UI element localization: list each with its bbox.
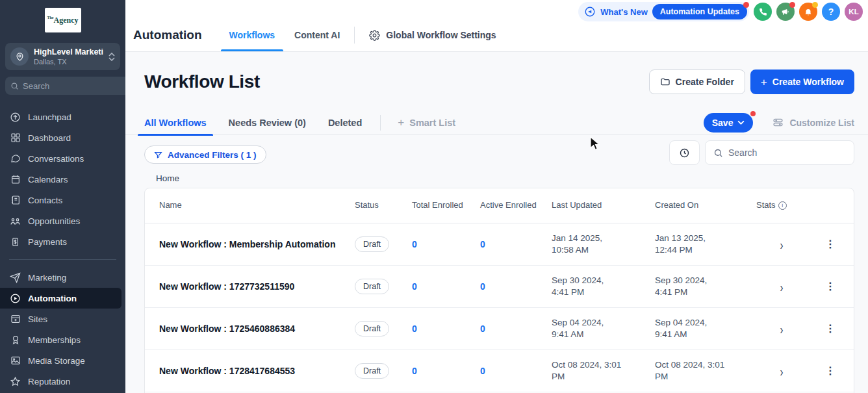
column-header-name: Name xyxy=(145,199,355,211)
sidebar-divider xyxy=(9,259,116,260)
kebab-menu-icon[interactable]: ⋮ xyxy=(825,242,836,247)
gear-icon xyxy=(369,30,380,41)
sidebar-item-memberships[interactable]: Memberships xyxy=(0,329,125,350)
sidebar-item-reputation[interactable]: Reputation xyxy=(0,371,125,392)
active-enrolled-count[interactable]: 0 xyxy=(480,239,552,249)
header-nav: Automation WorkflowsContent AI Global Wo… xyxy=(133,19,496,51)
memberships-icon xyxy=(10,335,21,346)
sidebar-search-field[interactable]: ⌘ K xyxy=(5,77,125,95)
created-on: Sep 04 2024,9:41 AM xyxy=(655,317,756,340)
account-switcher[interactable]: HighLevel Marketing… Dallas, TX xyxy=(5,43,120,70)
user-avatar[interactable]: KL xyxy=(845,3,863,21)
status-badge: Draft xyxy=(355,279,389,294)
whats-new-pill[interactable]: What's New Automation Updates xyxy=(578,2,749,21)
smart-list-label: Smart List xyxy=(409,118,455,128)
whats-new-label: What's New xyxy=(600,7,647,17)
sidebar-item-opportunities[interactable]: Opportunities xyxy=(0,210,125,231)
table-row[interactable]: New Workflow : 1725460886384Draft00Sep 0… xyxy=(145,308,854,350)
sidebar-item-payments[interactable]: Payments xyxy=(0,231,125,252)
contacts-icon xyxy=(10,195,21,206)
total-enrolled-count[interactable]: 0 xyxy=(412,323,480,334)
sidebar-item-conversations[interactable]: Conversations xyxy=(0,148,125,169)
topbar-actions: What's New Automation Updates ? KL xyxy=(578,2,863,21)
chevron-right-icon[interactable]: › xyxy=(780,237,784,251)
help-button[interactable]: ? xyxy=(822,3,840,21)
notification-dot xyxy=(812,2,818,8)
table-search-field[interactable] xyxy=(705,140,854,165)
total-enrolled-count[interactable]: 0 xyxy=(412,281,480,292)
sidebar-item-label: Marketing xyxy=(28,273,66,283)
workflow-name[interactable]: New Workflow : 1727732511590 xyxy=(145,281,355,292)
workflow-name[interactable]: New Workflow : 1725460886384 xyxy=(145,323,355,334)
workflow-name[interactable]: New Workflow : 1728417684553 xyxy=(145,366,355,376)
save-button[interactable]: Save xyxy=(704,113,754,133)
bell-button[interactable] xyxy=(799,3,817,21)
smart-list-button[interactable]: + Smart List xyxy=(398,117,455,128)
chevron-right-icon[interactable]: › xyxy=(780,322,784,336)
advanced-filters-button[interactable]: Advanced Filters ( 1 ) xyxy=(144,146,266,164)
plus-icon: + xyxy=(761,77,767,88)
tab-deleted[interactable]: Deleted xyxy=(328,110,362,135)
total-enrolled-count[interactable]: 0 xyxy=(412,366,480,376)
info-icon: i xyxy=(778,201,787,210)
avatar-initials: KL xyxy=(849,8,858,16)
sidebar-item-calendars[interactable]: Calendars xyxy=(0,169,125,190)
global-workflow-settings-button[interactable]: Global Workflow Settings xyxy=(369,30,496,41)
create-folder-label: Create Folder xyxy=(676,77,734,87)
sidebar-item-contacts[interactable]: Contacts xyxy=(0,190,125,210)
sidebar-item-launchpad[interactable]: Launchpad xyxy=(0,107,125,127)
megaphone-button[interactable] xyxy=(776,3,795,21)
chevron-right-icon[interactable]: › xyxy=(780,279,784,294)
sidebar-menu: LaunchpadDashboardConversationsCalendars… xyxy=(0,107,125,392)
table-row[interactable]: New Workflow : Membership AutomationDraf… xyxy=(145,223,854,266)
conversations-icon xyxy=(10,153,21,164)
column-header-active-enrolled: Active Enrolled xyxy=(480,199,552,211)
account-location: Dallas, TX xyxy=(34,58,103,66)
divider xyxy=(354,27,355,44)
kebab-menu-icon[interactable]: ⋮ xyxy=(825,326,836,332)
sidebar-item-media-storage[interactable]: Media Storage xyxy=(0,350,125,371)
create-workflow-button[interactable]: + Create Workflow xyxy=(750,70,854,94)
active-enrolled-count[interactable]: 0 xyxy=(480,323,552,334)
workflow-name[interactable]: New Workflow : Membership Automation xyxy=(145,239,355,249)
sidebar-search-input[interactable] xyxy=(23,81,125,91)
sidebar-item-dashboard[interactable]: Dashboard xyxy=(0,127,125,148)
tab-needs-review-0[interactable]: Needs Review (0) xyxy=(229,110,306,135)
chevron-up-down-icon xyxy=(108,53,115,61)
active-enrolled-count[interactable]: 0 xyxy=(480,281,552,292)
sidebar: TheAgency HighLevel Marketing… Dallas, T… xyxy=(0,0,125,393)
table-row[interactable]: New Workflow : 1727732511590Draft00Sep 3… xyxy=(145,266,854,308)
breadcrumb-home[interactable]: Home xyxy=(156,173,854,183)
active-enrolled-count[interactable]: 0 xyxy=(480,366,552,376)
top-header: What's New Automation Updates ? KL xyxy=(125,0,868,52)
divider xyxy=(380,115,381,131)
tab-all-workflows[interactable]: All Workflows xyxy=(144,110,207,135)
sidebar-item-sites[interactable]: Sites xyxy=(0,309,125,329)
nav-tab-content-ai[interactable]: Content AI xyxy=(294,19,340,51)
table-row[interactable]: New Workflow : 1728417684553Draft00Oct 0… xyxy=(145,350,854,392)
chevron-right-icon[interactable]: › xyxy=(780,364,784,378)
search-icon xyxy=(10,82,19,90)
content-area: Workflow List Create Folder + Create Wor… xyxy=(125,52,868,393)
create-folder-button[interactable]: Create Folder xyxy=(649,70,745,94)
sidebar-item-automation[interactable]: Automation xyxy=(0,288,121,309)
phone-button[interactable] xyxy=(754,3,772,21)
sidebar-item-label: Launchpad xyxy=(28,112,71,122)
sidebar-item-label: Contacts xyxy=(28,196,62,205)
sites-icon xyxy=(10,314,21,325)
kebab-menu-icon[interactable]: ⋮ xyxy=(825,284,836,290)
created-on: Sep 30 2024,4:41 PM xyxy=(655,275,756,298)
last-updated: Oct 08 2024, 3:01PM xyxy=(552,359,655,383)
customize-list-button[interactable]: Customize List xyxy=(772,117,854,128)
announcement-icon xyxy=(584,6,596,18)
table-search-input[interactable] xyxy=(728,147,846,158)
nav-tab-workflows[interactable]: Workflows xyxy=(229,19,275,51)
history-clock-icon xyxy=(679,147,690,158)
notification-dot xyxy=(789,2,795,8)
automation-updates-badge[interactable]: Automation Updates xyxy=(652,4,747,19)
sidebar-item-marketing[interactable]: Marketing xyxy=(0,267,125,288)
automation-icon xyxy=(10,293,21,304)
total-enrolled-count[interactable]: 0 xyxy=(412,239,480,249)
execution-history-button[interactable] xyxy=(669,140,700,165)
kebab-menu-icon[interactable]: ⋮ xyxy=(825,368,836,374)
